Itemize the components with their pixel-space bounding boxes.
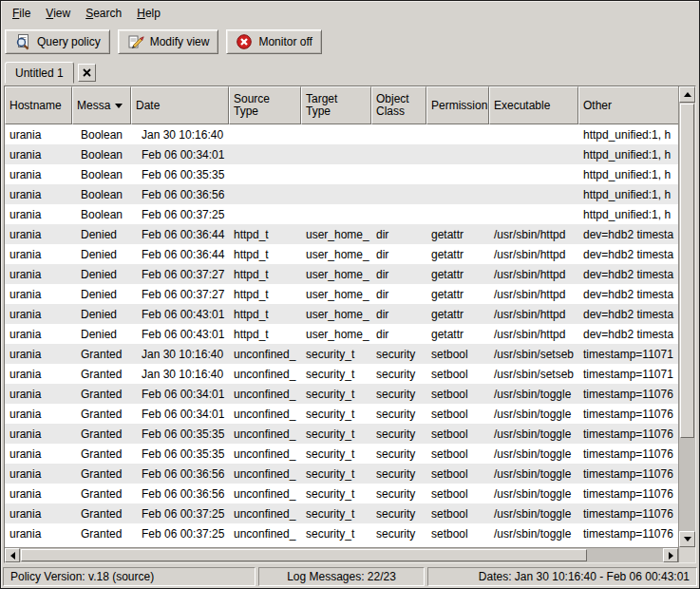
column-header-object-class[interactable]: Object Class — [371, 86, 426, 124]
horizontal-scrollbar[interactable] — [5, 547, 678, 562]
table-cell: setbool — [426, 344, 489, 364]
column-header-other[interactable]: Other — [578, 86, 678, 124]
table-row[interactable]: uraniaBooleanJan 30 10:16:40httpd_unifie… — [5, 124, 678, 144]
menu-help[interactable]: Help — [129, 3, 168, 24]
scroll-left-button[interactable] — [5, 548, 20, 562]
toolbar: Query policy Modify view — [1, 25, 699, 59]
column-header-permission[interactable]: Permission — [426, 86, 489, 124]
table-cell: /usr/sbin/setseb — [489, 364, 578, 384]
scroll-right-button[interactable] — [663, 548, 678, 562]
table-row[interactable]: uraniaGrantedFeb 06 00:34:01unconfined_s… — [5, 384, 678, 404]
table-row[interactable]: uraniaGrantedFeb 06 00:37:25unconfined_s… — [5, 523, 678, 543]
table-cell: /usr/sbin/httpd — [489, 304, 578, 324]
table-row[interactable]: uraniaBooleanFeb 06 00:37:25httpd_unifie… — [5, 204, 678, 224]
table-cell — [426, 144, 489, 164]
table-cell: security — [371, 464, 426, 484]
table-row[interactable]: uraniaDeniedFeb 06 00:36:44httpd_tuser_h… — [5, 244, 678, 264]
table-cell: dev=hdb2 timesta — [578, 244, 678, 264]
query-policy-button[interactable]: Query policy — [5, 29, 110, 54]
table-viewport: Hostname Messa Date Source Type Target T… — [5, 86, 678, 562]
table-cell: getattr — [426, 304, 489, 324]
column-header-executable[interactable]: Executable — [489, 86, 578, 124]
table-row[interactable]: uraniaBooleanFeb 06 00:34:01httpd_unifie… — [5, 144, 678, 164]
table-row[interactable]: uraniaGrantedJan 30 10:16:40unconfined_s… — [5, 344, 678, 364]
table-cell: timestamp=11076 — [578, 384, 678, 404]
table-row[interactable]: uraniaGrantedFeb 06 00:35:35unconfined_s… — [5, 444, 678, 464]
table-cell: Denied — [72, 244, 131, 264]
table-cell: dir — [371, 324, 426, 344]
table-cell — [371, 184, 426, 204]
table-row[interactable]: uraniaGrantedJan 30 10:16:40unconfined_s… — [5, 364, 678, 384]
log-table: Hostname Messa Date Source Type Target T… — [4, 86, 696, 563]
table-cell: setbool — [426, 523, 489, 543]
table-cell: timestamp=11076 — [578, 464, 678, 484]
table-cell: Feb 06 00:36:56 — [131, 484, 229, 504]
table-cell: setbool — [426, 364, 489, 384]
column-header-date[interactable]: Date — [131, 86, 229, 124]
table-row[interactable]: uraniaGrantedFeb 06 00:36:56unconfined_s… — [5, 464, 678, 484]
table-cell: security — [371, 404, 426, 424]
table-cell: setbool — [426, 444, 489, 464]
table-row[interactable]: uraniaDeniedFeb 06 00:37:27httpd_tuser_h… — [5, 284, 678, 304]
arrow-right-icon — [669, 552, 673, 560]
table-cell: getattr — [426, 244, 489, 264]
table-row[interactable]: uraniaDeniedFeb 06 00:37:27httpd_tuser_h… — [5, 264, 678, 284]
menu-view[interactable]: View — [38, 3, 78, 24]
table-cell: Feb 06 00:36:56 — [131, 464, 229, 484]
menu-file[interactable]: File — [5, 3, 38, 24]
table-row[interactable]: uraniaGrantedFeb 06 00:36:56unconfined_s… — [5, 484, 678, 504]
table-row[interactable]: uraniaDeniedFeb 06 00:43:01httpd_tuser_h… — [5, 304, 678, 324]
table-cell: dir — [371, 284, 426, 304]
table-cell: Granted — [72, 504, 131, 523]
table-row[interactable]: uraniaDeniedFeb 06 00:36:44httpd_tuser_h… — [5, 224, 678, 244]
table-cell: urania — [5, 144, 72, 164]
scroll-up-button[interactable] — [679, 86, 695, 103]
table-cell: Boolean — [72, 204, 131, 224]
column-header-message[interactable]: Messa — [72, 86, 131, 124]
table-cell: httpd_t — [229, 224, 301, 244]
monitor-off-button[interactable]: Monitor off — [226, 29, 321, 54]
menu-search[interactable]: Search — [78, 3, 129, 24]
table-row[interactable]: uraniaGrantedFeb 06 00:37:25unconfined_s… — [5, 504, 678, 523]
table-cell: timestamp=11076 — [578, 504, 678, 523]
vertical-scroll-thumb[interactable] — [680, 104, 694, 438]
table-cell: Feb 06 00:37:25 — [131, 204, 229, 224]
table-cell: getattr — [426, 284, 489, 304]
table-cell: urania — [5, 484, 72, 504]
table-cell: unconfined_ — [229, 504, 301, 523]
tab-untitled-1[interactable]: Untitled 1 — [5, 62, 74, 84]
table-row[interactable]: uraniaDeniedFeb 06 00:43:01httpd_tuser_h… — [5, 324, 678, 344]
table-cell: urania — [5, 504, 72, 523]
table-row[interactable]: uraniaGrantedFeb 06 00:35:35unconfined_s… — [5, 424, 678, 444]
close-icon — [83, 68, 91, 77]
table-cell: httpd_t — [229, 284, 301, 304]
table-cell: /usr/sbin/toggle — [489, 384, 578, 404]
table-row[interactable]: uraniaBooleanFeb 06 00:35:35httpd_unifie… — [5, 164, 678, 184]
table-cell: security_t — [301, 364, 371, 384]
table-cell — [301, 144, 371, 164]
table-cell: Boolean — [72, 184, 131, 204]
table-cell: dev=hdb2 timesta — [578, 324, 678, 344]
table-cell: Granted — [72, 444, 131, 464]
table-row[interactable]: uraniaGrantedFeb 06 00:34:01unconfined_s… — [5, 404, 678, 424]
table-cell: urania — [5, 304, 72, 324]
table-cell: Denied — [72, 304, 131, 324]
column-header-target-type[interactable]: Target Type — [301, 86, 371, 124]
table-cell: user_home_ — [301, 324, 371, 344]
vertical-scroll-track[interactable] — [679, 103, 695, 531]
tab-close-button[interactable] — [78, 64, 96, 82]
modify-view-button[interactable]: Modify view — [118, 29, 219, 54]
table-row[interactable]: uraniaBooleanFeb 06 00:36:56httpd_unifie… — [5, 184, 678, 204]
table-cell: getattr — [426, 324, 489, 344]
table-cell: /usr/sbin/httpd — [489, 284, 578, 304]
modify-view-icon — [127, 33, 144, 50]
table-cell: /usr/sbin/toggle — [489, 484, 578, 504]
table-cell — [489, 204, 578, 224]
table-cell: httpd_t — [229, 264, 301, 284]
horizontal-scroll-track[interactable] — [20, 548, 663, 562]
column-header-hostname[interactable]: Hostname — [5, 86, 72, 124]
vertical-scrollbar[interactable] — [678, 86, 695, 562]
horizontal-scroll-thumb[interactable] — [21, 549, 587, 561]
column-header-source-type[interactable]: Source Type — [229, 86, 301, 124]
scroll-down-button[interactable] — [679, 531, 695, 547]
